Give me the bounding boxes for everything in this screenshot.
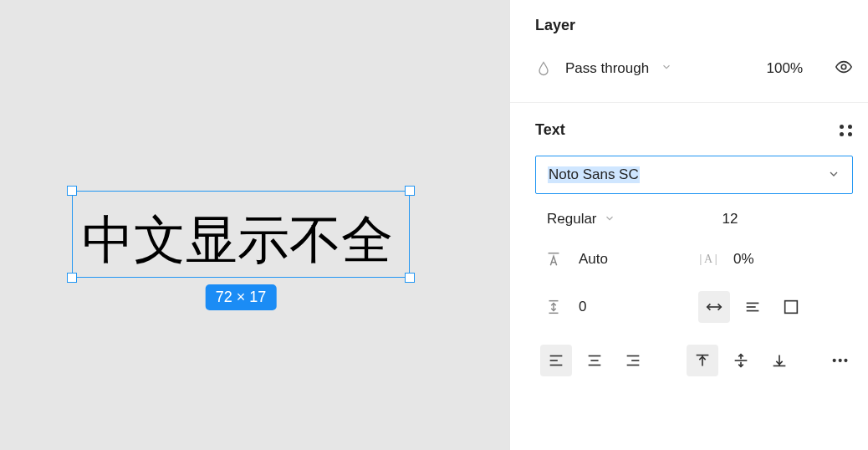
resize-handle-top-right[interactable]: [405, 186, 415, 196]
resize-handle-bottom-right[interactable]: [405, 273, 415, 283]
text-section-header: Text: [535, 121, 853, 139]
resize-handle-top-left[interactable]: [67, 186, 77, 196]
align-top-button[interactable]: [687, 345, 718, 376]
opacity-input[interactable]: 100%: [767, 60, 803, 77]
text-section-title: Text: [535, 121, 565, 139]
chevron-down-icon: [604, 212, 615, 227]
resize-handle-bottom-left[interactable]: [67, 273, 77, 283]
svg-rect-1: [785, 301, 798, 314]
vertical-align-group: [687, 345, 833, 376]
paragraph-spacing-input[interactable]: 0: [579, 299, 586, 315]
layer-blend-row: Pass through 100%: [535, 58, 853, 79]
selected-text-layer[interactable]: 中文显示不全 72 × 17: [72, 191, 410, 278]
fixed-size-button[interactable]: [775, 291, 807, 323]
font-family-input[interactable]: Noto Sans SC: [535, 156, 853, 194]
align-right-button[interactable]: [617, 345, 649, 376]
auto-height-button[interactable]: [737, 291, 768, 323]
layer-section-title: Layer: [535, 17, 853, 34]
svg-point-0: [841, 64, 846, 69]
blend-mode-select[interactable]: Pass through: [565, 60, 649, 77]
letter-spacing-input[interactable]: 0%: [733, 251, 754, 268]
align-left-button[interactable]: [540, 345, 572, 376]
line-height-icon: [544, 249, 564, 269]
more-options-button[interactable]: •••: [832, 354, 853, 367]
chevron-down-icon: [661, 61, 672, 75]
auto-width-button[interactable]: [698, 291, 730, 323]
text-content[interactable]: 中文显示不全: [82, 196, 393, 266]
align-center-button[interactable]: [579, 345, 610, 376]
align-bottom-button[interactable]: [763, 345, 795, 376]
blend-mode-icon: [535, 60, 552, 77]
font-family-value: Noto Sans SC: [548, 166, 640, 183]
align-middle-button[interactable]: [725, 345, 757, 376]
properties-panel: Layer Pass through 100% Text Noto Sans S…: [510, 0, 868, 450]
text-settings-button[interactable]: [840, 125, 853, 136]
canvas-area[interactable]: 中文显示不全 72 × 17: [0, 0, 510, 450]
dimensions-badge: 72 × 17: [206, 284, 277, 310]
font-weight-select[interactable]: Regular: [547, 211, 597, 228]
line-height-input[interactable]: Auto: [579, 251, 608, 268]
section-divider: [510, 102, 868, 103]
visibility-toggle[interactable]: [835, 58, 853, 79]
font-size-input[interactable]: 12: [722, 211, 738, 228]
horizontal-align-group: [540, 345, 687, 376]
letter-spacing-icon: | A |: [698, 249, 718, 269]
paragraph-spacing-icon: [544, 297, 564, 317]
resize-mode-group: [698, 291, 807, 323]
chevron-down-icon: [827, 167, 840, 183]
